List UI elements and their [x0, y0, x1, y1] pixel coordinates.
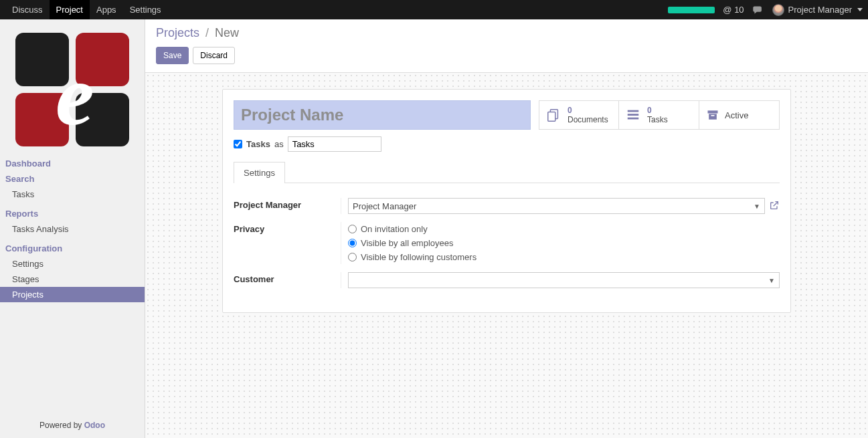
documents-count: 0 — [568, 106, 608, 115]
sidebar-item-stages[interactable]: Stages — [0, 271, 145, 287]
radio-customers[interactable] — [348, 253, 357, 261]
tasks-icon — [626, 108, 640, 122]
sidebar: e Dashboard Search Tasks Reports Tasks A… — [0, 19, 145, 438]
tasks-label: Tasks — [647, 115, 668, 124]
documents-label: Documents — [568, 115, 608, 124]
form-sheet: 0 Documents 0 Tasks — [222, 89, 791, 313]
sidebar-item-settings[interactable]: Settings — [0, 256, 145, 271]
avatar-icon — [772, 4, 784, 16]
svg-rect-3 — [628, 114, 639, 116]
privacy-option-employees[interactable]: Visible by all employees — [348, 236, 780, 250]
chevron-down-icon: ▼ — [768, 277, 775, 284]
save-button[interactable]: Save — [156, 47, 189, 64]
logo[interactable]: e — [0, 19, 145, 153]
privacy-opt3-label: Visible by following customers — [361, 252, 476, 262]
privacy-opt1-label: On invitation only — [361, 224, 428, 234]
external-link-icon[interactable] — [769, 200, 780, 213]
archive-icon — [706, 108, 719, 122]
discard-button[interactable]: Discard — [193, 47, 235, 64]
top-nav: Discuss Project Apps Settings @ 10 Proje… — [0, 0, 868, 19]
svg-rect-5 — [708, 110, 718, 113]
breadcrumb-current: New — [215, 26, 239, 39]
project-manager-label: Project Manager — [234, 198, 341, 210]
mentions-count[interactable]: @ 10 — [723, 5, 744, 15]
nav-settings[interactable]: Settings — [123, 0, 168, 19]
project-manager-value: Project Manager — [353, 201, 416, 211]
project-manager-select[interactable]: Project Manager ▼ — [348, 198, 765, 214]
tasks-as-label: as — [274, 139, 284, 149]
privacy-option-invitation[interactable]: On invitation only — [348, 222, 780, 236]
breadcrumb: Projects / New — [156, 26, 857, 40]
privacy-option-customers[interactable]: Visible by following customers — [348, 250, 780, 264]
stat-active[interactable]: Active — [699, 100, 780, 130]
privacy-opt2-label: Visible by all employees — [361, 238, 454, 248]
nav-project[interactable]: Project — [50, 0, 90, 19]
odoo-link[interactable]: Odoo — [84, 421, 105, 430]
nav-apps[interactable]: Apps — [90, 0, 123, 19]
sidebar-search[interactable]: Search — [0, 171, 145, 187]
customer-select[interactable]: ▼ — [348, 272, 780, 288]
sidebar-item-tasks-analysis[interactable]: Tasks Analysis — [0, 221, 145, 237]
radio-invitation[interactable] — [348, 225, 357, 233]
active-label: Active — [725, 110, 748, 120]
tasks-count: 0 — [647, 106, 668, 115]
tasks-checkbox[interactable] — [234, 140, 242, 148]
nav-discuss[interactable]: Discuss — [5, 0, 50, 19]
sidebar-dashboard[interactable]: Dashboard — [0, 156, 145, 171]
svg-rect-4 — [628, 118, 639, 120]
stat-documents[interactable]: 0 Documents — [539, 100, 619, 130]
stat-tasks[interactable]: 0 Tasks — [619, 100, 699, 130]
project-name-input[interactable] — [234, 100, 531, 130]
tasks-checkbox-label: Tasks — [246, 139, 270, 149]
sidebar-reports[interactable]: Reports — [0, 206, 145, 221]
tab-settings[interactable]: Settings — [234, 162, 285, 183]
user-menu[interactable]: Project Manager — [772, 4, 863, 16]
tasks-alias-input[interactable] — [288, 136, 381, 152]
radio-employees[interactable] — [348, 239, 357, 247]
breadcrumb-sep: / — [205, 26, 209, 39]
privacy-label: Privacy — [234, 222, 341, 234]
customer-label: Customer — [234, 272, 341, 284]
chevron-down-icon — [857, 8, 863, 11]
svg-rect-6 — [709, 114, 717, 119]
svg-rect-1 — [548, 112, 555, 121]
progress-bar[interactable] — [668, 7, 715, 13]
sidebar-configuration[interactable]: Configuration — [0, 241, 145, 256]
sidebar-item-tasks[interactable]: Tasks — [0, 187, 145, 202]
control-panel: Projects / New Save Discard — [145, 19, 868, 73]
chevron-down-icon: ▼ — [754, 203, 760, 210]
chat-icon[interactable] — [752, 4, 764, 16]
username-label: Project Manager — [788, 5, 852, 15]
sidebar-item-projects[interactable]: Projects — [0, 287, 145, 302]
documents-icon — [546, 108, 561, 122]
svg-rect-2 — [628, 110, 639, 112]
svg-rect-7 — [711, 115, 715, 116]
powered-by-label: Powered by — [39, 421, 84, 430]
sidebar-footer: Powered by Odoo — [0, 415, 145, 438]
breadcrumb-projects[interactable]: Projects — [156, 26, 199, 39]
